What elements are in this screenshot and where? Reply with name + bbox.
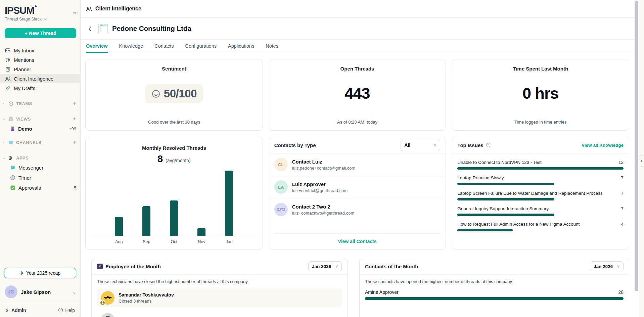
chat-bubble-icon [8,140,14,145]
sidebar-collapse-icon[interactable]: ≡< [73,11,77,16]
top-issues-card: Top Issues View all Knowledge Unable to … [452,137,629,250]
main-area: Client Intelligence PEDONE EDITIONS Pedo… [81,0,644,317]
bar-oct [170,200,178,236]
card-subtitle: These technicians have closed the highes… [92,275,347,285]
right-panel-toggle[interactable]: ‹ [639,155,644,167]
rank-badge: 1 [100,300,105,306]
title-text: Employee of the Month [105,264,161,269]
tab-contacts[interactable]: Contacts [154,40,174,53]
stats-row: Sentiment 50/100 Good over the last 30 d… [85,59,629,131]
select-value: All [404,142,410,148]
employee-row[interactable]: 1 Samandar Toshkuvvatov Closed 3 threads [97,288,342,307]
chevron-left-icon [88,26,91,31]
card-title: Top Issues [457,142,490,148]
recap-button[interactable]: Your 2025 recap [4,268,76,278]
question-circle-icon [486,143,491,147]
issue-count: 7 [621,175,624,180]
add-channel-button[interactable]: + [73,139,76,146]
issue-row[interactable]: General Inquiry Support Interaction Summ… [457,206,624,216]
issue-row[interactable]: Laptop Screen Failure Due to Water Damag… [457,191,624,200]
add-view-button[interactable]: + [73,116,76,122]
app-item-label: Approvals [18,185,41,191]
card-footnote: Time logged in time entries [452,120,629,125]
app-item-approvals[interactable]: Approvals 5 [5,183,76,193]
sidebar-item-label: My Inbox [14,48,34,53]
avg-value: 8 [157,153,163,165]
user-menu[interactable]: JG Jake Gipson ⌄ [5,285,76,298]
card-title: Time Spent Last Month [452,66,629,72]
view-all-contacts-link[interactable]: View all Contacts [269,234,446,250]
tab-applications[interactable]: Applications [228,40,254,53]
tab-configurations[interactable]: Configurations [185,40,217,53]
issue-progress-bar [457,183,554,185]
admin-link[interactable]: Admin [5,308,58,313]
app-item-label: Messenger [18,165,43,171]
card-header: Contacts by Type All ∨ [269,137,446,153]
section-views[interactable]: ⌄ VIEWS + [0,114,80,124]
open-threads-card: Open Threads 443 As of 8:23 AM, today [269,59,446,131]
contact-month-row[interactable]: Amine Approver 28 [365,289,624,295]
section-channels[interactable]: › CHANNELS + [0,138,80,147]
app-item-messenger[interactable]: Messenger [5,163,76,173]
view-item-label: Demo [18,126,32,132]
employee-row[interactable]: Amine StageMember [97,310,342,317]
chart-average: 8 (avg/month) [86,153,263,165]
issue-row[interactable]: Laptop Running Slowly7 [457,175,624,185]
open-threads-value: 443 [269,84,446,102]
help-link[interactable]: Help [58,308,75,313]
sidebar-item-planner[interactable]: Planner [0,64,80,74]
logo-row: IPSUM ≡< [5,5,76,16]
select-value: Jan 2026 [594,264,613,269]
contact-row[interactable]: C2T2 Contact 2 Two 2 luiz+contacttwo@get… [269,198,446,221]
contact-name: Contact 2 Two 2 [292,204,355,210]
scrollbar-track [635,1,638,316]
section-teams[interactable]: › TEAMS + [0,99,80,108]
avatar: JG [5,285,17,298]
issue-row[interactable]: Unable to Connect to NordVPN 123 - Test1… [457,160,624,170]
sentiment-card: Sentiment 50/100 Good over the last 30 d… [85,59,263,131]
contact-email: luiz+contact@getthread.com [292,188,348,193]
workspace-switcher[interactable]: Thread Stage Slack [5,17,76,21]
contacts-month-select[interactable]: Jan 2026 ∨ [590,261,624,271]
checkbox-icon [10,185,15,190]
scrollbar[interactable] [635,1,638,291]
tab-knowledge[interactable]: Knowledge [119,40,143,53]
contact-row[interactable]: CL Contact Luiz luiz.pedone+contact@gmai… [269,153,446,176]
sidebar-item-my-drafts[interactable]: My Drafts [0,83,80,93]
add-team-button[interactable]: + [73,100,76,107]
app-item-timer[interactable]: Timer [5,173,76,183]
messenger-icon [10,165,15,170]
sidebar-item-my-inbox[interactable]: My Inbox [0,46,80,55]
users-icon [5,76,11,81]
sidebar-nav: My Inbox @ Mentions Planner Client Intel… [5,46,76,93]
issue-label: Unable to Connect to NordVPN 123 - Test [457,160,541,165]
sentiment-score: 50/100 [164,87,197,100]
section-apps[interactable]: ⌄ APPS [0,153,80,163]
contact-type-select[interactable]: All ∨ [401,139,440,151]
new-thread-button[interactable]: + New Thread [5,28,76,38]
card-title: Contacts by Type [274,142,316,148]
contact-email: luiz+contacttwo@getthread.com [292,211,355,216]
x-tick: Nov [197,239,205,244]
contact-row[interactable]: LA Luiz Approver luiz+contact@getthread.… [269,176,446,198]
user-name: Jake Gipson [21,289,69,295]
issue-row[interactable]: How to Request Full Admin Access for a N… [457,222,624,231]
sidebar-item-client-intelligence[interactable]: Client Intelligence [0,74,80,83]
thread-icon [20,271,24,275]
view-item-demo[interactable]: Demo +99 [5,124,76,134]
view-all-knowledge-link[interactable]: View all Knowledge [582,143,624,148]
sidebar-item-mentions[interactable]: @ Mentions [0,55,80,64]
workspace-name: Thread Stage Slack [5,17,42,21]
thread-icon [5,308,9,312]
issue-count: 12 [618,160,624,165]
back-button[interactable] [85,24,94,33]
company-header: PEDONE EDITIONS Pedone Consulting Ltda [81,18,634,40]
chevron-down-icon: ⌄ [73,289,76,295]
tab-overview[interactable]: Overview [86,40,108,53]
card-footnote: As of 8:23 AM, today [269,120,446,125]
tab-notes[interactable]: Notes [266,40,278,53]
employee-name: Samandar Toshkuvvatov [119,292,174,298]
issue-count: 4 [621,222,624,227]
employee-month-select[interactable]: Jan 2026 ∨ [308,261,342,271]
admin-label: Admin [11,308,26,313]
